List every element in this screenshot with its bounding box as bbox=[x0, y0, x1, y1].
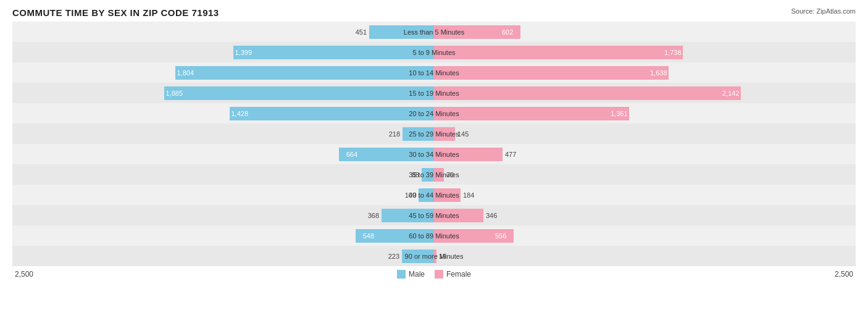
chart-container: COMMUTE TIME BY SEX IN ZIP CODE 71913 So… bbox=[0, 0, 868, 323]
male-value: 218 bbox=[389, 130, 400, 138]
legend-female-label: Female bbox=[446, 270, 471, 279]
row-label: 90 or more Minutes bbox=[405, 253, 464, 260]
male-value: 1,804 bbox=[177, 69, 194, 77]
male-value: 1,428 bbox=[231, 110, 248, 117]
male-bar bbox=[230, 107, 434, 120]
female-value: 556 bbox=[495, 232, 506, 240]
row-label: 45 to 59 Minutes bbox=[409, 212, 459, 219]
table-row: 35 to 39 Minutes8870 bbox=[12, 164, 856, 185]
axis-label-right: 2,500 bbox=[835, 270, 853, 279]
row-label: 25 to 29 Minutes bbox=[409, 130, 459, 138]
table-row: 45 to 59 Minutes368346 bbox=[12, 205, 856, 225]
legend-male-box bbox=[397, 270, 406, 279]
row-label: 5 to 9 Minutes bbox=[412, 49, 455, 56]
legend-male: Male bbox=[397, 270, 425, 279]
female-value: 145 bbox=[457, 130, 469, 138]
female-value: 184 bbox=[463, 191, 474, 199]
male-value: 451 bbox=[356, 28, 367, 36]
rows-container: Less than 5 Minutes4516025 to 9 Minutes1… bbox=[12, 22, 856, 266]
legend-female: Female bbox=[435, 270, 471, 279]
legend: Male Female bbox=[397, 270, 471, 279]
legend-male-label: Male bbox=[409, 270, 425, 279]
axis-label-left: 2,500 bbox=[15, 270, 33, 279]
female-value: 346 bbox=[486, 212, 497, 219]
male-value: 88 bbox=[412, 171, 419, 178]
male-bar bbox=[175, 66, 434, 80]
chart-footer: 2,500 Male Female 2,500 bbox=[12, 270, 856, 279]
row-label: Less than 5 Minutes bbox=[404, 28, 464, 36]
table-row: 30 to 34 Minutes664477 bbox=[12, 144, 856, 164]
male-value: 368 bbox=[368, 212, 379, 219]
female-value: 70 bbox=[446, 171, 454, 178]
male-bar bbox=[233, 46, 434, 59]
female-value: 1,738 bbox=[664, 49, 682, 56]
row-label: 40 to 44 Minutes bbox=[409, 191, 459, 199]
female-value: 602 bbox=[502, 28, 513, 36]
female-value: 1,361 bbox=[611, 110, 628, 117]
male-value: 1,885 bbox=[165, 90, 183, 97]
male-value: 664 bbox=[346, 151, 357, 158]
female-bar bbox=[434, 66, 669, 80]
table-row: 60 to 89 Minutes548556 bbox=[12, 225, 856, 246]
table-row: 5 to 9 Minutes1,3991,738 bbox=[12, 42, 856, 62]
row-label: 60 to 89 Minutes bbox=[409, 232, 459, 240]
table-row: Less than 5 Minutes451602 bbox=[12, 22, 856, 42]
table-row: 10 to 14 Minutes1,8041,638 bbox=[12, 62, 856, 83]
female-value: 19 bbox=[439, 253, 446, 260]
female-value: 2,142 bbox=[722, 90, 740, 97]
female-bar bbox=[434, 46, 683, 59]
table-row: 25 to 29 Minutes218145 bbox=[12, 124, 856, 144]
legend-female-box bbox=[435, 270, 443, 279]
female-value: 1,638 bbox=[650, 69, 667, 77]
row-label: 30 to 34 Minutes bbox=[409, 151, 459, 158]
table-row: 40 to 44 Minutes109184 bbox=[12, 185, 856, 205]
male-value: 223 bbox=[388, 253, 399, 260]
male-value: 1,399 bbox=[235, 49, 252, 56]
male-value: 109 bbox=[405, 191, 416, 199]
male-bar bbox=[164, 86, 434, 100]
row-label: 15 to 19 Minutes bbox=[409, 90, 459, 97]
source-text: Source: ZipAtlas.com bbox=[791, 7, 856, 15]
table-row: 15 to 19 Minutes1,8852,142 bbox=[12, 83, 856, 103]
table-row: 90 or more Minutes22319 bbox=[12, 246, 856, 266]
chart-title: COMMUTE TIME BY SEX IN ZIP CODE 71913 bbox=[12, 7, 856, 18]
table-row: 20 to 24 Minutes1,4281,361 bbox=[12, 103, 856, 124]
row-label: 20 to 24 Minutes bbox=[409, 110, 459, 117]
male-value: 548 bbox=[363, 232, 374, 240]
female-bar bbox=[434, 107, 629, 120]
row-label: 10 to 14 Minutes bbox=[409, 69, 459, 77]
female-value: 477 bbox=[505, 151, 516, 158]
female-bar bbox=[434, 86, 741, 100]
